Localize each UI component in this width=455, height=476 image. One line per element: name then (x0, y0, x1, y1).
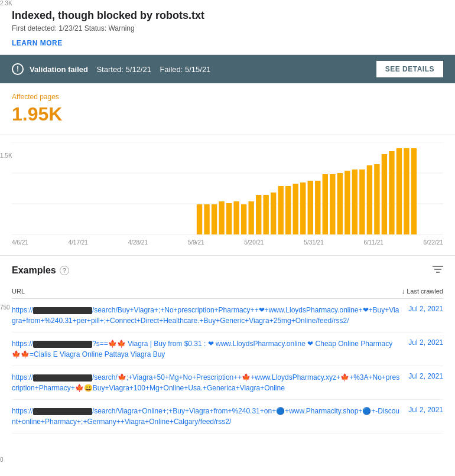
validation-status: Validation failed (30, 65, 88, 74)
chart-section: 2.3K 1.5K 750 0 (0, 135, 455, 256)
help-icon[interactable]: ? (60, 266, 69, 275)
table-row: https:// ?s==🍁🍁 Viagra | Buy from $0.31 … (12, 332, 443, 366)
table-row: https:// /search/Viagra+Online+;+Buy+Via… (12, 400, 443, 433)
svg-rect-7 (219, 201, 224, 234)
date-cell-1: Jul 2, 2021 (402, 299, 443, 332)
affected-section: Affected pages 1.95K (0, 83, 455, 135)
y-label-mid2: 750 (0, 304, 21, 311)
url-text-3: https:// /search/🍁;+Viagra+50+Mg+No+Pres… (12, 373, 399, 392)
svg-rect-4 (197, 204, 202, 234)
page-title: Indexed, though blocked by robots.txt (12, 9, 443, 22)
svg-rect-14 (271, 193, 276, 234)
validation-started: Started: 5/12/21 (96, 65, 151, 74)
see-details-button[interactable]: SEE DETAILS (376, 61, 443, 77)
url-redacted-4 (33, 408, 92, 415)
examples-header: Examples ? (12, 265, 443, 276)
filter-icon[interactable] (433, 265, 443, 276)
header-section: Indexed, though blocked by robots.txt Fi… (0, 0, 455, 55)
x-label-8: 6/22/21 (424, 239, 443, 246)
validation-left: ! Validation failed Started: 5/12/21 Fai… (12, 63, 210, 75)
url-table: URL ↓Last crawled https:// /search/Buy+V… (12, 284, 443, 433)
url-text-4: https:// /search/Viagra+Online+;+Buy+Via… (12, 407, 399, 426)
x-label-2: 4/17/21 (69, 239, 88, 246)
url-column-header: URL (12, 284, 402, 299)
y-label-top: 2.3K (0, 0, 21, 6)
x-label-1: 4/6/21 (12, 239, 28, 246)
svg-rect-8 (226, 203, 232, 234)
svg-rect-21 (323, 174, 328, 234)
affected-label: Affected pages (12, 93, 443, 101)
svg-rect-24 (344, 171, 350, 234)
date-cell-3: Jul 2, 2021 (402, 366, 443, 400)
x-axis-labels: 4/6/21 4/17/21 4/28/21 5/9/21 5/20/21 5/… (12, 239, 443, 246)
svg-rect-23 (337, 173, 343, 234)
svg-rect-13 (263, 195, 268, 234)
svg-rect-9 (233, 201, 239, 234)
svg-rect-30 (389, 151, 394, 234)
url-text-1: https:// /search/Buy+Viagra+;+No+prescri… (12, 306, 399, 325)
x-label-3: 4/28/21 (128, 239, 148, 246)
url-cell-4[interactable]: https:// /search/Viagra+Online+;+Buy+Via… (12, 400, 402, 433)
table-row: https:// /search/🍁;+Viagra+50+Mg+No+Pres… (12, 366, 443, 400)
svg-rect-22 (330, 174, 335, 234)
svg-rect-32 (404, 148, 409, 234)
svg-rect-16 (285, 186, 291, 234)
svg-rect-33 (411, 148, 417, 234)
arrow-down-icon: ↓ (402, 288, 405, 295)
x-label-6: 5/31/21 (304, 239, 323, 246)
svg-rect-31 (396, 148, 402, 234)
validation-banner: ! Validation failed Started: 5/12/21 Fai… (0, 55, 455, 83)
svg-rect-27 (367, 165, 372, 234)
date-cell-2: Jul 2, 2021 (402, 332, 443, 366)
svg-rect-5 (204, 204, 209, 234)
url-cell-1[interactable]: https:// /search/Buy+Viagra+;+No+prescri… (12, 299, 402, 332)
svg-rect-12 (256, 195, 261, 234)
x-label-7: 6/11/21 (363, 239, 383, 246)
x-label-4: 5/9/21 (188, 239, 204, 246)
svg-rect-10 (241, 204, 246, 234)
svg-rect-17 (293, 184, 298, 234)
header-meta: First detected: 1/23/21 Status: Warning (12, 24, 443, 32)
url-cell-3[interactable]: https:// /search/🍁;+Viagra+50+Mg+No+Pres… (12, 366, 402, 400)
date-cell-4: Jul 2, 2021 (402, 400, 443, 433)
svg-rect-28 (374, 164, 379, 234)
affected-count: 1.95K (12, 103, 443, 125)
url-text-2: https:// ?s==🍁🍁 Viagra | Buy from $0.31 … (12, 340, 392, 358)
svg-rect-11 (248, 201, 254, 234)
x-label-5: 5/20/21 (244, 239, 264, 246)
svg-rect-26 (359, 169, 365, 234)
url-redacted-2 (33, 341, 92, 348)
url-redacted-3 (33, 374, 92, 382)
last-crawled-header: ↓Last crawled (402, 284, 443, 299)
svg-rect-6 (212, 204, 217, 234)
table-row: https:// /search/Buy+Viagra+;+No+prescri… (12, 299, 443, 332)
svg-rect-15 (278, 186, 284, 234)
url-redacted-1 (33, 307, 92, 314)
examples-section: Examples ? URL ↓Last crawled (0, 256, 455, 443)
bar-chart (12, 142, 443, 237)
svg-rect-18 (300, 182, 306, 234)
svg-rect-29 (382, 154, 387, 234)
svg-rect-25 (352, 169, 358, 234)
svg-rect-20 (315, 181, 320, 234)
url-cell-2[interactable]: https:// ?s==🍁🍁 Viagra | Buy from $0.31 … (12, 332, 402, 366)
validation-text: Validation failed Started: 5/12/21 Faile… (30, 65, 210, 74)
svg-rect-19 (308, 181, 313, 234)
validation-failed: Failed: 5/15/21 (160, 65, 210, 74)
